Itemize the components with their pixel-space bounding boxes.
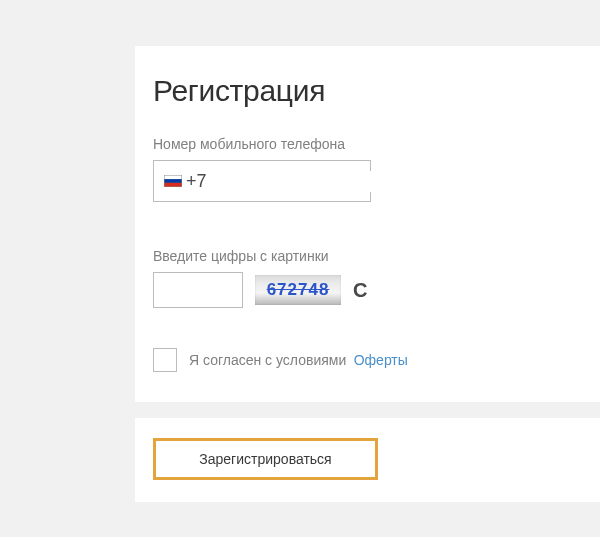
captcha-image: 672748 — [255, 275, 341, 305]
svg-rect-2 — [165, 179, 182, 183]
svg-rect-1 — [165, 176, 182, 180]
captcha-input[interactable] — [153, 272, 243, 308]
phone-label: Номер мобильного телефона — [153, 136, 582, 152]
captcha-label: Введите цифры с картинки — [153, 248, 582, 264]
captcha-text: 672748 — [267, 280, 330, 300]
phone-prefix: +7 — [186, 171, 207, 192]
footer-panel: Зарегистрироваться — [135, 418, 600, 502]
registration-form: Регистрация Номер мобильного телефона +7… — [135, 46, 600, 402]
svg-rect-3 — [165, 183, 182, 187]
phone-input[interactable] — [209, 171, 441, 192]
phone-input-wrapper[interactable]: +7 — [153, 160, 371, 202]
refresh-icon[interactable]: C — [353, 279, 367, 302]
offer-link[interactable]: Оферты — [354, 352, 408, 368]
captcha-row: 672748 C — [153, 272, 582, 308]
agreement-text-wrapper: Я согласен с условиями Оферты — [189, 351, 408, 369]
russia-flag-icon — [164, 175, 182, 187]
register-button[interactable]: Зарегистрироваться — [153, 438, 378, 480]
agreement-checkbox[interactable] — [153, 348, 177, 372]
agreement-text: Я согласен с условиями — [189, 352, 346, 368]
page-title: Регистрация — [153, 74, 582, 108]
captcha-section: Введите цифры с картинки 672748 C — [153, 248, 582, 308]
agreement-row: Я согласен с условиями Оферты — [153, 348, 582, 372]
